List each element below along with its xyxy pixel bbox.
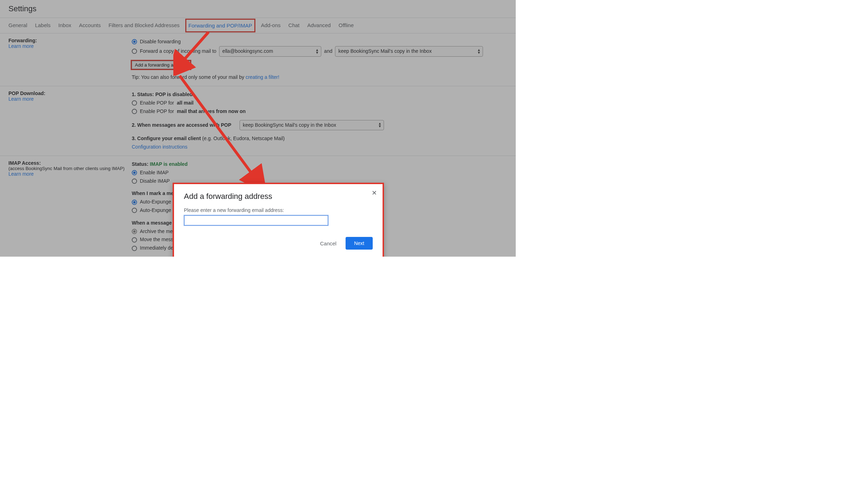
- creating-filter-link[interactable]: creating a filter!: [246, 74, 279, 80]
- tab-inbox[interactable]: Inbox: [58, 18, 72, 33]
- tab-offline[interactable]: Offline: [339, 18, 354, 33]
- radio-archive[interactable]: [132, 229, 137, 234]
- pop-all-prefix: Enable POP for: [140, 99, 174, 107]
- tab-forwarding-pop-imap[interactable]: Forwarding and POP/IMAP: [185, 19, 255, 32]
- tab-chat[interactable]: Chat: [289, 18, 300, 33]
- radio-pop-all[interactable]: [132, 100, 137, 106]
- section-forwarding: Forwarding: Learn more Disable forwardin…: [0, 33, 516, 86]
- disable-forwarding-label: Disable forwarding: [140, 38, 181, 46]
- imap-enable-label: Enable IMAP: [140, 169, 169, 177]
- pop-configure-example: (e.g. Outlook, Eudora, Netscape Mail): [202, 136, 285, 141]
- forwarding-learn-more-link[interactable]: Learn more: [8, 43, 125, 49]
- pop-when-accessed-label: 2. When messages are accessed with POP: [132, 121, 231, 130]
- pop-action-value: keep BookingSync Mail's copy in the Inbo…: [243, 121, 336, 130]
- imap-disable-label: Disable IMAP: [140, 177, 170, 186]
- select-arrows-icon: ▲▼: [315, 49, 319, 54]
- imap-learn-more-link[interactable]: Learn more: [8, 171, 125, 177]
- forwarding-label: Forwarding:: [8, 38, 125, 43]
- pop-action-select[interactable]: keep BookingSync Mail's copy in the Inbo…: [240, 120, 384, 131]
- forwarding-email-input[interactable]: [184, 215, 328, 226]
- imap-status-label: Status:: [132, 161, 150, 167]
- add-forwarding-modal: ✕ Add a forwarding address Please enter …: [173, 183, 384, 257]
- forward-copy-label: Forward a copy of incoming mail to: [140, 47, 216, 56]
- add-forwarding-address-button[interactable]: Add a forwarding address: [132, 61, 190, 69]
- pop-status-label: 1. Status:: [132, 92, 155, 97]
- section-pop: POP Download: Learn more 1. Status: POP …: [0, 86, 516, 156]
- radio-expunge-off[interactable]: [132, 208, 137, 213]
- pop-all-bold: all mail: [177, 99, 193, 107]
- settings-header: Settings: [0, 0, 516, 18]
- forward-and-label: and: [324, 47, 332, 56]
- tab-advanced[interactable]: Advanced: [307, 18, 331, 33]
- pop-now-prefix: Enable POP for: [140, 107, 174, 116]
- modal-title: Add a forwarding address: [184, 192, 373, 201]
- pop-label: POP Download:: [8, 90, 125, 96]
- next-button[interactable]: Next: [346, 237, 373, 250]
- imap-status-value: IMAP is enabled: [150, 161, 187, 167]
- cancel-button[interactable]: Cancel: [320, 240, 337, 246]
- radio-expunge-on[interactable]: [132, 200, 137, 205]
- tab-accounts[interactable]: Accounts: [79, 18, 101, 33]
- forward-action-select[interactable]: keep BookingSync Mail's copy in the Inbo…: [335, 46, 483, 57]
- expunge-on-label: Auto-Expunge on: [140, 198, 178, 206]
- imap-label: IMAP Access:: [8, 160, 125, 166]
- expunge-off-label: Auto-Expunge off: [140, 206, 178, 215]
- radio-move-trash[interactable]: [132, 237, 137, 243]
- pop-status-value: POP is disabled: [155, 92, 193, 97]
- tab-filters[interactable]: Filters and Blocked Addresses: [108, 18, 180, 33]
- tab-addons[interactable]: Add-ons: [261, 18, 281, 33]
- forward-email-value: ella@bookingsync.com: [222, 47, 273, 56]
- select-arrows-icon: ▲▼: [477, 49, 481, 54]
- pop-configure-label: 3. Configure your email client: [132, 136, 202, 141]
- select-arrows-icon: ▲▼: [378, 122, 382, 128]
- modal-label: Please enter a new forwarding email addr…: [184, 207, 373, 213]
- close-icon[interactable]: ✕: [372, 189, 377, 197]
- pop-config-instructions-link[interactable]: Configuration instructions: [132, 144, 187, 150]
- forward-email-select[interactable]: ella@bookingsync.com ▲▼: [219, 46, 321, 57]
- radio-delete-forever[interactable]: [132, 246, 137, 251]
- pop-now-bold: mail that arrives from now on: [177, 107, 246, 116]
- imap-sub: (access BookingSync Mail from other clie…: [8, 166, 125, 171]
- forward-action-value: keep BookingSync Mail's copy in the Inbo…: [338, 47, 432, 56]
- pop-learn-more-link[interactable]: Learn more: [8, 96, 125, 102]
- settings-tabs: General Labels Inbox Accounts Filters an…: [0, 18, 516, 33]
- radio-disable-forwarding[interactable]: [132, 39, 137, 44]
- tab-labels[interactable]: Labels: [35, 18, 50, 33]
- radio-forward-copy[interactable]: [132, 49, 137, 54]
- tab-general[interactable]: General: [8, 18, 27, 33]
- page-title: Settings: [8, 4, 507, 13]
- forwarding-tip-text: Tip: You can also forward only some of y…: [132, 74, 246, 80]
- radio-pop-now[interactable]: [132, 109, 137, 114]
- radio-imap-enable[interactable]: [132, 170, 137, 175]
- radio-imap-disable[interactable]: [132, 178, 137, 184]
